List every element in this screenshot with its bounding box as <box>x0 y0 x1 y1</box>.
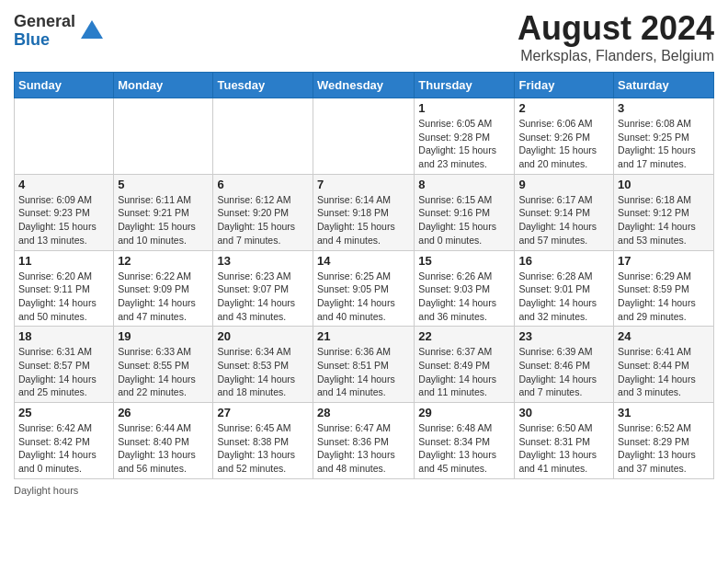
day-number: 4 <box>18 178 109 191</box>
day-info: Sunrise: 6:34 AM Sunset: 8:53 PM Dayligh… <box>217 345 309 399</box>
day-cell: 22Sunrise: 6:37 AM Sunset: 8:49 PM Dayli… <box>415 327 515 403</box>
day-cell: 31Sunrise: 6:52 AM Sunset: 8:29 PM Dayli… <box>614 403 714 479</box>
day-cell: 29Sunrise: 6:48 AM Sunset: 8:34 PM Dayli… <box>415 403 515 479</box>
column-header-thursday: Thursday <box>415 73 515 98</box>
column-header-tuesday: Tuesday <box>213 73 313 98</box>
day-number: 9 <box>518 178 609 191</box>
logo: General Blue <box>14 13 105 50</box>
day-info: Sunrise: 6:25 AM Sunset: 9:05 PM Dayligh… <box>317 270 410 324</box>
week-row-1: 1Sunrise: 6:05 AM Sunset: 9:28 PM Daylig… <box>15 98 714 175</box>
day-number: 5 <box>118 178 209 191</box>
calendar-body: 1Sunrise: 6:05 AM Sunset: 9:28 PM Daylig… <box>15 98 714 479</box>
day-info: Sunrise: 6:09 AM Sunset: 9:23 PM Dayligh… <box>18 193 109 247</box>
day-info: Sunrise: 6:15 AM Sunset: 9:16 PM Dayligh… <box>418 193 510 247</box>
day-cell: 25Sunrise: 6:42 AM Sunset: 8:42 PM Dayli… <box>15 403 114 479</box>
day-info: Sunrise: 6:11 AM Sunset: 9:21 PM Dayligh… <box>118 193 209 247</box>
day-number: 16 <box>518 254 609 268</box>
day-info: Sunrise: 6:20 AM Sunset: 9:11 PM Dayligh… <box>18 270 109 324</box>
day-info: Sunrise: 6:06 AM Sunset: 9:26 PM Dayligh… <box>518 117 609 171</box>
day-cell: 20Sunrise: 6:34 AM Sunset: 8:53 PM Dayli… <box>213 327 313 403</box>
day-number: 19 <box>118 329 209 343</box>
logo-general: General <box>14 13 75 31</box>
day-number: 15 <box>418 254 510 268</box>
day-cell: 16Sunrise: 6:28 AM Sunset: 9:01 PM Dayli… <box>515 250 614 327</box>
header: General Blue August 2024 Merksplas, Flan… <box>14 9 714 64</box>
day-number: 21 <box>317 329 410 343</box>
day-cell: 23Sunrise: 6:39 AM Sunset: 8:46 PM Dayli… <box>515 327 614 403</box>
day-cell: 30Sunrise: 6:50 AM Sunset: 8:31 PM Dayli… <box>515 403 614 479</box>
day-cell: 9Sunrise: 6:17 AM Sunset: 9:14 PM Daylig… <box>515 174 614 250</box>
page-title: August 2024 <box>518 9 714 48</box>
day-info: Sunrise: 6:47 AM Sunset: 8:36 PM Dayligh… <box>317 421 410 476</box>
day-info: Sunrise: 6:23 AM Sunset: 9:07 PM Dayligh… <box>217 270 309 324</box>
day-number: 30 <box>518 406 609 419</box>
day-info: Sunrise: 6:42 AM Sunset: 8:42 PM Dayligh… <box>18 421 109 476</box>
day-info: Sunrise: 6:39 AM Sunset: 8:46 PM Dayligh… <box>518 345 609 399</box>
day-number: 1 <box>418 101 510 115</box>
day-info: Sunrise: 6:48 AM Sunset: 8:34 PM Dayligh… <box>418 421 510 476</box>
day-cell: 17Sunrise: 6:29 AM Sunset: 8:59 PM Dayli… <box>614 250 714 327</box>
footer: Daylight hours <box>14 485 714 496</box>
day-number: 22 <box>418 329 510 343</box>
day-cell <box>114 98 213 175</box>
day-info: Sunrise: 6:29 AM Sunset: 8:59 PM Dayligh… <box>618 270 710 324</box>
day-info: Sunrise: 6:37 AM Sunset: 8:49 PM Dayligh… <box>418 345 510 399</box>
day-cell: 4Sunrise: 6:09 AM Sunset: 9:23 PM Daylig… <box>15 174 114 250</box>
day-cell: 7Sunrise: 6:14 AM Sunset: 9:18 PM Daylig… <box>313 174 415 250</box>
day-info: Sunrise: 6:36 AM Sunset: 8:51 PM Dayligh… <box>317 345 410 399</box>
day-cell <box>15 98 114 175</box>
day-info: Sunrise: 6:12 AM Sunset: 9:20 PM Dayligh… <box>217 193 309 247</box>
day-info: Sunrise: 6:26 AM Sunset: 9:03 PM Dayligh… <box>418 270 510 324</box>
day-info: Sunrise: 6:18 AM Sunset: 9:12 PM Dayligh… <box>618 193 710 247</box>
day-cell <box>313 98 415 175</box>
day-cell: 11Sunrise: 6:20 AM Sunset: 9:11 PM Dayli… <box>15 250 114 327</box>
svg-marker-0 <box>81 20 103 39</box>
column-header-saturday: Saturday <box>614 73 714 98</box>
logo-blue: Blue <box>14 31 75 50</box>
day-number: 18 <box>18 329 109 343</box>
day-number: 10 <box>618 178 710 191</box>
week-row-5: 25Sunrise: 6:42 AM Sunset: 8:42 PM Dayli… <box>15 403 714 479</box>
page-subtitle: Merksplas, Flanders, Belgium <box>518 48 714 64</box>
day-cell: 12Sunrise: 6:22 AM Sunset: 9:09 PM Dayli… <box>114 250 213 327</box>
footer-text: Daylight hours <box>14 485 78 496</box>
day-number: 11 <box>18 254 109 268</box>
page: General Blue August 2024 Merksplas, Flan… <box>0 0 728 505</box>
day-cell: 6Sunrise: 6:12 AM Sunset: 9:20 PM Daylig… <box>213 174 313 250</box>
day-cell: 15Sunrise: 6:26 AM Sunset: 9:03 PM Dayli… <box>415 250 515 327</box>
logo-text: General Blue <box>14 13 75 50</box>
day-number: 31 <box>618 406 710 419</box>
day-number: 8 <box>418 178 510 191</box>
day-info: Sunrise: 6:08 AM Sunset: 9:25 PM Dayligh… <box>618 117 710 171</box>
day-cell: 28Sunrise: 6:47 AM Sunset: 8:36 PM Dayli… <box>313 403 415 479</box>
day-number: 28 <box>317 406 410 419</box>
day-info: Sunrise: 6:31 AM Sunset: 8:57 PM Dayligh… <box>18 345 109 399</box>
day-number: 17 <box>618 254 710 268</box>
day-cell: 2Sunrise: 6:06 AM Sunset: 9:26 PM Daylig… <box>515 98 614 175</box>
day-cell: 3Sunrise: 6:08 AM Sunset: 9:25 PM Daylig… <box>614 98 714 175</box>
column-header-sunday: Sunday <box>15 73 114 98</box>
day-number: 14 <box>317 254 410 268</box>
day-info: Sunrise: 6:05 AM Sunset: 9:28 PM Dayligh… <box>418 117 510 171</box>
day-cell <box>213 98 313 175</box>
day-info: Sunrise: 6:22 AM Sunset: 9:09 PM Dayligh… <box>118 270 209 324</box>
calendar-table: SundayMondayTuesdayWednesdayThursdayFrid… <box>14 72 714 479</box>
day-cell: 14Sunrise: 6:25 AM Sunset: 9:05 PM Dayli… <box>313 250 415 327</box>
column-header-wednesday: Wednesday <box>313 73 415 98</box>
week-row-3: 11Sunrise: 6:20 AM Sunset: 9:11 PM Dayli… <box>15 250 714 327</box>
day-cell: 10Sunrise: 6:18 AM Sunset: 9:12 PM Dayli… <box>614 174 714 250</box>
day-number: 2 <box>518 101 609 115</box>
day-info: Sunrise: 6:41 AM Sunset: 8:44 PM Dayligh… <box>618 345 710 399</box>
day-number: 13 <box>217 254 309 268</box>
logo-icon <box>79 18 105 44</box>
day-number: 25 <box>18 406 109 419</box>
week-row-2: 4Sunrise: 6:09 AM Sunset: 9:23 PM Daylig… <box>15 174 714 250</box>
week-row-4: 18Sunrise: 6:31 AM Sunset: 8:57 PM Dayli… <box>15 327 714 403</box>
day-number: 27 <box>217 406 309 419</box>
title-block: August 2024 Merksplas, Flanders, Belgium <box>518 9 714 64</box>
day-info: Sunrise: 6:44 AM Sunset: 8:40 PM Dayligh… <box>118 421 209 476</box>
calendar-header: SundayMondayTuesdayWednesdayThursdayFrid… <box>15 73 714 98</box>
day-info: Sunrise: 6:33 AM Sunset: 8:55 PM Dayligh… <box>118 345 209 399</box>
day-info: Sunrise: 6:52 AM Sunset: 8:29 PM Dayligh… <box>618 421 710 476</box>
day-number: 29 <box>418 406 510 419</box>
